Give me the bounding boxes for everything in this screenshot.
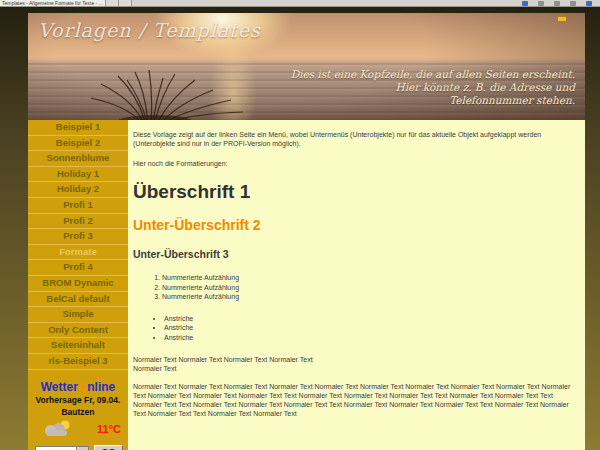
- normal-text-paragraph-2: Normaler Text Normaler Text Normaler Tex…: [133, 382, 577, 418]
- sidebar-item-profi-3[interactable]: Profi 3: [28, 229, 128, 245]
- sidebar-item-beispiel-1[interactable]: Beispiel 1: [28, 120, 128, 136]
- bullet-list-item: Anstriche: [164, 333, 577, 343]
- page-icon[interactable]: [570, 1, 576, 6]
- partly-cloudy-icon: [42, 421, 72, 437]
- logo-text-wetter: Wetter: [41, 380, 78, 394]
- sidebar-item-only-content[interactable]: Only Content: [28, 323, 128, 339]
- heading-1: Überschrift 1: [133, 181, 577, 203]
- browser-toolbar-icons: [522, 1, 600, 6]
- go-button[interactable]: GO: [94, 445, 123, 450]
- sidebar-item-belcal-default[interactable]: BelCal default: [28, 292, 128, 308]
- browser-tab-title: Templates - Allgemeine Formate für Texte…: [2, 0, 103, 6]
- print-icon[interactable]: [554, 1, 560, 6]
- beach-grass-silhouette: [83, 70, 253, 120]
- forecast-date: Vorhersage Fr, 09.04.: [28, 395, 128, 405]
- main-content: Diese Vorlage zeigt auf der linken Seite…: [128, 120, 585, 450]
- sidebar-item-formate[interactable]: Formate: [28, 245, 128, 261]
- temperature-value: 11°C: [97, 423, 121, 435]
- forecast-range-select[interactable]: 3 Tage ▼: [35, 446, 89, 450]
- bullet-list-item: Anstriche: [164, 323, 577, 333]
- home-icon[interactable]: [522, 1, 528, 6]
- normal-text-paragraph-1: Normaler Text Normaler Text Normaler Tex…: [133, 355, 577, 373]
- numbered-list: Nummerierte Aufzählung Nummerierte Aufzä…: [133, 273, 577, 302]
- sidebar-item-profi-1[interactable]: Profi 1: [28, 198, 128, 214]
- browser-tab-stub[interactable]: [106, 0, 119, 6]
- weather-widget: WetterOnline Vorhersage Fr, 09.04. Bautz…: [28, 381, 128, 450]
- sidebar-item-sonnenblume[interactable]: Sonnenblume: [28, 151, 128, 167]
- heading-3: Unter-Überschrift 3: [133, 248, 577, 261]
- intro-paragraph: Diese Vorlage zeigt auf der linken Seite…: [133, 130, 577, 148]
- tagline-line-3: Telefonnummer stehen.: [291, 94, 575, 107]
- logo-text-o: O: [78, 380, 87, 394]
- sidebar-item-profi-2[interactable]: Profi 2: [28, 214, 128, 230]
- site-title: Vorlagen / Templates: [38, 19, 261, 41]
- forecast-range-value: 3 Tage: [36, 447, 76, 450]
- sidebar-item-holiday-1[interactable]: Holiday 1: [28, 167, 128, 183]
- formats-intro-text: Hier noch die Formatierungen:: [133, 159, 577, 168]
- browser-tab[interactable]: Templates - Allgemeine Formate für Texte…: [0, 0, 106, 6]
- logo-text-nline: nline: [87, 380, 115, 394]
- heading-2: Unter-Überschrift 2: [133, 217, 577, 233]
- bullet-list: Anstriche Anstriche Anstriche: [133, 314, 577, 343]
- lock-icon: [557, 13, 567, 22]
- help-icon[interactable]: [586, 1, 592, 6]
- numbered-list-item: Nummerierte Aufzählung: [162, 283, 577, 293]
- tagline-line-1: Dies ist eine Kopfzeile, die auf allen S…: [291, 68, 575, 81]
- sidebar-item-profi-4[interactable]: Profi 4: [28, 260, 128, 276]
- chevron-down-icon[interactable]: ▼: [76, 447, 88, 450]
- sidebar-item-beispiel-2[interactable]: Beispiel 2: [28, 136, 128, 152]
- sidebar-item-seiteninhalt[interactable]: Seiteninhalt: [28, 338, 128, 354]
- sidebar-item-holiday-2[interactable]: Holiday 2: [28, 182, 128, 198]
- sidebar-item-brom-dynamic[interactable]: BROM Dynamic: [28, 276, 128, 292]
- wetteronline-logo[interactable]: WetterOnline: [28, 381, 128, 393]
- bullet-list-item: Anstriche: [164, 314, 577, 324]
- forecast-city: Bautzen: [28, 407, 128, 417]
- browser-new-tab[interactable]: [119, 0, 132, 6]
- sidebar-menu: Beispiel 1 Beispiel 2 Sonnenblume Holida…: [28, 120, 128, 450]
- tagline-line-2: Hier könnte z. B. die Adresse und: [291, 81, 575, 94]
- numbered-list-item: Nummerierte Aufzählung: [162, 273, 577, 283]
- numbered-list-item: Nummerierte Aufzählung: [162, 292, 577, 302]
- sidebar-item-rls-beispiel-3[interactable]: rls-Beispiel 3: [28, 354, 128, 370]
- browser-titlebar: Templates - Allgemeine Formate für Texte…: [0, 0, 600, 7]
- sidebar-item-simple[interactable]: Simple: [28, 307, 128, 323]
- header-banner: Vorlagen / Templates Dies ist eine Kopfz…: [28, 13, 585, 120]
- header-tagline: Dies ist eine Kopfzeile, die auf allen S…: [291, 68, 575, 107]
- feeds-icon[interactable]: [538, 1, 544, 6]
